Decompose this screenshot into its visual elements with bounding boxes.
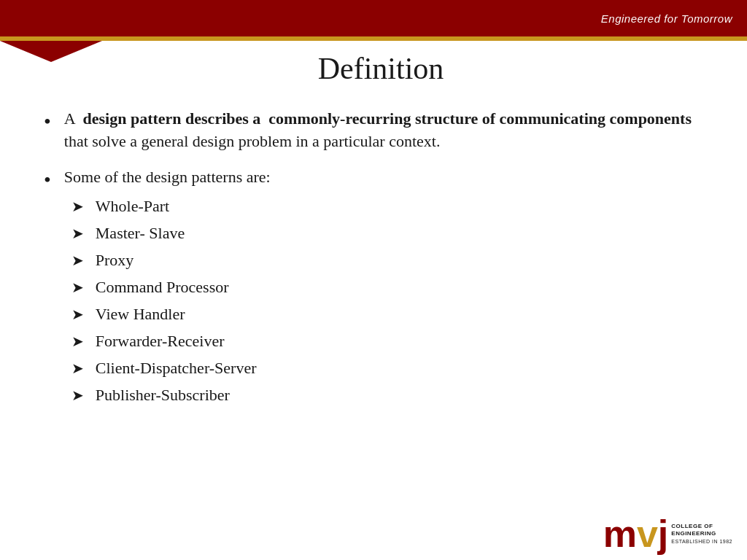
sub-item-label: Forwarder-Receiver xyxy=(96,329,225,353)
sub-list-item: ➤ Whole-Part xyxy=(64,194,718,218)
bullet-text: Some of the design patterns are: ➤ Whole… xyxy=(64,166,718,411)
arrow-icon: ➤ xyxy=(71,195,84,217)
logo-college-line1: COLLEGE OF xyxy=(671,523,732,530)
sub-list-item: ➤ Forwarder-Receiver xyxy=(64,329,718,353)
bullet-2-text: Some of the design patterns are: xyxy=(64,168,271,186)
logo-letter-j: j xyxy=(658,515,668,553)
logo-college-line3: Established in 1982 xyxy=(671,538,732,545)
sub-item-label: Master- Slave xyxy=(96,221,185,245)
bold-phrase: design pattern describes a commonly-recu… xyxy=(83,109,692,128)
slide-title: Definition xyxy=(44,51,718,86)
sub-item-label: View Handler xyxy=(96,302,185,326)
arrow-icon: ➤ xyxy=(71,276,84,298)
mvj-logo: m v j xyxy=(603,515,669,553)
sub-item-label: Publisher-Subscriber xyxy=(96,383,230,407)
arrow-icon: ➤ xyxy=(71,357,84,379)
logo-letter-v: v xyxy=(637,515,658,553)
sub-list-item: ➤ Client-Dispatcher-Server xyxy=(64,356,718,380)
sub-list: ➤ Whole-Part ➤ Master- Slave ➤ Proxy ➤ C… xyxy=(64,194,718,407)
svg-rect-7 xyxy=(0,0,102,36)
svg-rect-8 xyxy=(0,36,102,41)
sub-item-label: Command Processor xyxy=(96,275,229,299)
logo-college-line2: ENGINEERING xyxy=(671,530,732,537)
arrow-icon: ➤ xyxy=(71,303,84,325)
sub-list-item: ➤ Publisher-Subscriber xyxy=(64,383,718,407)
arrow-icon: ➤ xyxy=(71,330,84,352)
sub-item-label: Client-Dispatcher-Server xyxy=(96,356,257,380)
list-item: • Some of the design patterns are: ➤ Who… xyxy=(44,166,718,411)
sub-list-item: ➤ Command Processor xyxy=(64,275,718,299)
arrow-icon: ➤ xyxy=(71,222,84,244)
bullet-dot: • xyxy=(44,168,51,192)
main-content: Definition • A design pattern describes … xyxy=(44,51,718,502)
sub-item-label: Whole-Part xyxy=(96,194,169,218)
header-bar: Engineered for Tomorrow xyxy=(0,0,747,36)
sub-list-item: ➤ Master- Slave xyxy=(64,221,718,245)
logo-text-block: COLLEGE OF ENGINEERING Established in 19… xyxy=(671,523,732,545)
sub-list-item: ➤ View Handler xyxy=(64,302,718,326)
header-tagline: Engineered for Tomorrow xyxy=(601,12,732,25)
arrow-icon: ➤ xyxy=(71,384,84,406)
gold-accent-line xyxy=(0,36,747,41)
bullet-dot: • xyxy=(44,109,51,134)
logo-letter-m: m xyxy=(603,515,637,553)
arrow-icon: ➤ xyxy=(71,249,84,271)
sub-item-label: Proxy xyxy=(96,248,134,272)
list-item: • A design pattern describes a commonly-… xyxy=(44,108,718,153)
sub-list-item: ➤ Proxy xyxy=(64,248,718,272)
logo-area: m v j COLLEGE OF ENGINEERING Established… xyxy=(603,515,732,553)
bullet-list: • A design pattern describes a commonly-… xyxy=(44,108,718,410)
bullet-text: A design pattern describes a commonly-re… xyxy=(64,108,718,153)
